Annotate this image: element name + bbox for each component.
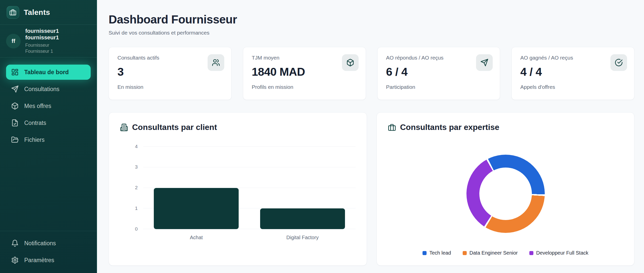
sidebar-footer: Notifications Paramètres (0, 231, 97, 273)
page-subtitle: Suivi de vos consultations et performanc… (109, 30, 634, 36)
y-tick-label: 2 (127, 185, 138, 190)
users-icon (208, 54, 224, 71)
package-icon (342, 54, 359, 71)
bar-Digital Factory (260, 208, 345, 229)
donut-legend: Tech leadData Engineer SeniorDeveloppeur… (423, 250, 588, 256)
sidebar-item-label: Notifications (24, 240, 56, 247)
bar-chart-card: Consultants par client 01234AchatDigital… (109, 112, 367, 266)
stat-caption: Appels d'offres (520, 84, 626, 90)
legend-label: Data Engineer Senior (469, 250, 518, 256)
sidebar: Talents ff fournisseur1 fournisseur1 Fou… (0, 0, 97, 273)
bar-chart-title: Consultants par client (120, 123, 356, 132)
y-tick-label: 4 (127, 144, 138, 149)
stat-label: Consultants actifs (117, 55, 223, 61)
user-company: Fournisseur 1 (25, 48, 91, 54)
donut-hole (479, 168, 532, 220)
chart-title-text: Consultants par expertise (400, 123, 499, 132)
sidebar-nav: Tableau de bord Consultations Mes offres… (0, 58, 97, 231)
brand-header: Talents (0, 0, 97, 25)
briefcase-icon (388, 123, 396, 131)
sidebar-item-consultations[interactable]: Consultations (6, 81, 91, 97)
y-tick-label: 1 (127, 206, 138, 211)
avatar: ff (6, 34, 21, 48)
stat-card-tjm-moyen: TJM moyen 1840 MAD Profils en mission (243, 47, 366, 100)
stat-card-ao-repondus: AO répondus / AO reçus 6 / 4 Participati… (377, 47, 500, 100)
briefcase-logo-icon (7, 6, 19, 19)
sidebar-item-mes-offres[interactable]: Mes offres (6, 98, 91, 114)
send-icon (476, 54, 493, 71)
stat-value: 4 / 4 (520, 65, 626, 78)
folder-open-icon (11, 136, 19, 144)
bar-chart: 01234AchatDigital Factory (143, 147, 356, 229)
sidebar-item-label: Contrats (24, 120, 46, 126)
stat-caption: Participation (386, 84, 491, 90)
brand-name: Talents (24, 8, 50, 17)
bar-slot: Achat (143, 147, 250, 229)
sidebar-item-parametres[interactable]: Paramètres (6, 253, 91, 268)
stat-caption: Profils en mission (252, 84, 357, 90)
stat-value: 1840 MAD (252, 65, 357, 78)
gear-icon (11, 256, 19, 264)
user-role: Fournisseur (25, 42, 91, 48)
user-profile: ff fournisseur1 fournisseur1 Fournisseur… (0, 25, 97, 58)
x-axis-label: Digital Factory (250, 235, 356, 240)
stat-caption: En mission (117, 84, 223, 90)
sidebar-item-label: Fichiers (24, 136, 45, 143)
dashboard-icon (11, 68, 19, 76)
legend-swatch (423, 251, 427, 255)
sidebar-item-notifications[interactable]: Notifications (6, 236, 91, 251)
legend-item-data-engineer-senior[interactable]: Data Engineer Senior (463, 250, 518, 256)
donut-area: Tech leadData Engineer SeniorDeveloppeur… (388, 132, 623, 256)
bar-slot: Digital Factory (250, 147, 356, 229)
sidebar-item-label: Consultations (24, 86, 59, 93)
stat-label: AO répondus / AO reçus (386, 55, 491, 61)
chart-title-text: Consultants par client (132, 123, 217, 132)
legend-swatch (463, 251, 467, 255)
x-axis-label: Achat (143, 235, 250, 240)
main-content: Dashboard Fournisseur Suivi de vos consu… (97, 0, 644, 273)
stat-label: TJM moyen (252, 55, 357, 61)
bar-Achat (154, 188, 239, 229)
charts-row: Consultants par client 01234AchatDigital… (109, 112, 634, 266)
stat-label: AO gagnés / AO reçus (520, 55, 626, 61)
file-check-icon (11, 119, 19, 127)
package-icon (11, 102, 19, 110)
stat-value: 3 (117, 65, 223, 78)
y-tick-label: 3 (127, 164, 138, 170)
stats-row: Consultants actifs 3 En mission TJM moye… (109, 47, 634, 100)
legend-swatch (529, 251, 533, 255)
sidebar-item-tableau-de-bord[interactable]: Tableau de bord (6, 65, 91, 80)
y-tick-label: 0 (127, 226, 138, 232)
user-name: fournisseur1 fournisseur1 (25, 28, 91, 41)
sidebar-item-contrats[interactable]: Contrats (6, 115, 91, 130)
sidebar-item-fichiers[interactable]: Fichiers (6, 132, 91, 147)
stat-value: 6 / 4 (386, 65, 491, 78)
sidebar-item-label: Paramètres (24, 257, 54, 264)
sidebar-item-label: Mes offres (24, 103, 51, 110)
bell-icon (11, 239, 19, 247)
donut-chart-title: Consultants par expertise (388, 123, 623, 132)
sidebar-item-label: Tableau de bord (24, 69, 69, 76)
legend-item-developpeur-full-stack[interactable]: Developpeur Full Stack (529, 250, 588, 256)
stat-card-consultants-actifs: Consultants actifs 3 En mission (109, 47, 232, 100)
stat-card-ao-gagnes: AO gagnés / AO reçus 4 / 4 Appels d'offr… (511, 47, 634, 100)
check-circle-icon (610, 54, 627, 71)
donut-chart-card: Consultants par expertise Tech leadData … (377, 112, 634, 266)
building-icon (120, 123, 128, 131)
page-title: Dashboard Fournisseur (109, 13, 634, 26)
send-icon (11, 85, 19, 93)
legend-label: Developpeur Full Stack (536, 250, 588, 256)
legend-item-tech-lead[interactable]: Tech lead (423, 250, 451, 256)
legend-label: Tech lead (429, 250, 451, 256)
donut-chart (466, 155, 545, 233)
